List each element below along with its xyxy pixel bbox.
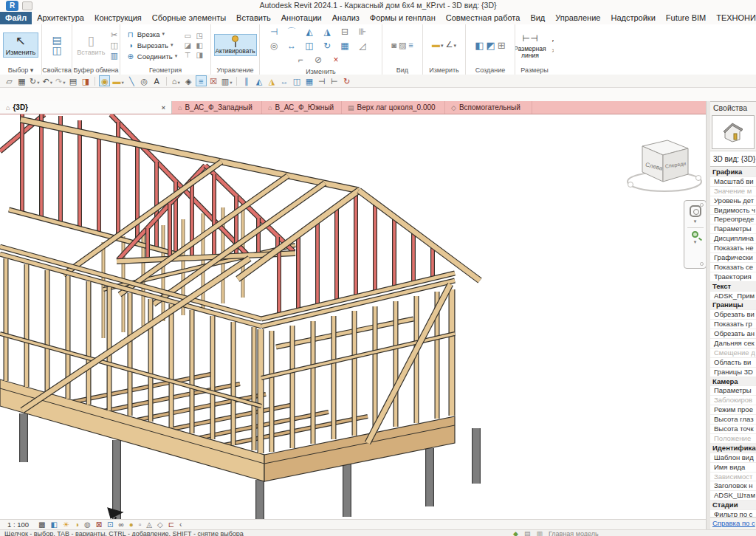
view-tab-south-elevation[interactable]: ⌂ В_АС_Ф_Южный × (262, 101, 342, 114)
geometry-extra-icon-split-face[interactable]: ◪ (182, 41, 193, 49)
property-row[interactable]: Высота глаз (710, 415, 756, 425)
view-panel-icon-view-list[interactable]: ≡ (408, 41, 413, 50)
dropdown-caret-icon[interactable]: ▾ (162, 31, 165, 37)
property-row[interactable]: Показать гр (710, 320, 756, 329)
vc-icon-worksharing-display[interactable]: ◇ (157, 520, 163, 529)
scale-button[interactable]: 1 : 100 (7, 520, 29, 529)
zoom-caret-icon[interactable]: ▾ (694, 239, 697, 245)
property-row[interactable]: Дальняя сек (710, 339, 756, 348)
qat-icon-open[interactable]: ▱ (4, 75, 15, 86)
property-row[interactable]: Обрезать ан (710, 329, 756, 339)
qat-icon-redo[interactable]: ↷ (55, 75, 66, 86)
ribbon-tab-future-bim[interactable]: Future BIM (661, 12, 711, 24)
view-panel-icon-thin-lines[interactable]: ▨ (399, 41, 406, 50)
property-row[interactable]: Положение (710, 434, 756, 444)
qat-icon-default-3d-view[interactable]: ⌂ (171, 75, 182, 86)
property-row[interactable]: Дисциплина (710, 234, 756, 244)
properties-panel-icon-family-types[interactable]: ◫ (52, 46, 61, 55)
property-row[interactable]: Параметры (710, 386, 756, 396)
qat-icon-sep-3[interactable] (236, 77, 237, 86)
qat-icon-align[interactable]: ∥ (241, 75, 252, 86)
qat-icon-undo[interactable]: ↶ (41, 75, 52, 86)
viewcube[interactable]: Слева Спереди (622, 135, 706, 205)
property-row[interactable]: Имя вида (710, 463, 756, 473)
properties-help-link[interactable]: Справка по с (710, 517, 756, 529)
property-row[interactable]: Видимость ч (710, 206, 756, 216)
qat-icon-save[interactable]: ▦ (16, 75, 27, 86)
status-icon-filter[interactable]: ▥ (536, 530, 543, 536)
view-tab-plinth-plan[interactable]: ▤ Верх лаг цоколя_0.000 × (342, 101, 445, 114)
qat-icon-detail-line[interactable]: ╲ (126, 75, 137, 86)
property-row[interactable]: Показать не (710, 244, 756, 253)
ribbon-tab-precast[interactable]: Сборные элементы (147, 12, 231, 24)
qat-icon-close-hidden-windows[interactable]: ☒ (208, 75, 219, 86)
drawing-area[interactable]: Слева Спереди ▾ ▾ (0, 114, 706, 519)
vc-icon-shadows[interactable]: ◑ (75, 520, 79, 529)
property-row[interactable]: Графика (710, 168, 756, 177)
property-row[interactable]: Текст (710, 282, 756, 292)
qat-icon-tile-views[interactable]: ▥ (221, 75, 233, 86)
property-row[interactable]: Границы 3D (710, 368, 756, 377)
dropdown-caret-icon[interactable]: ▾ (171, 42, 173, 48)
modify-tool-align[interactable]: ⊣ (267, 26, 282, 38)
property-row[interactable]: Смещение д (710, 348, 756, 358)
steering-wheel-icon[interactable] (690, 205, 701, 217)
property-row[interactable]: ADSK_Прим (710, 292, 756, 301)
vc-icon-collapse[interactable]: ‹ (179, 520, 182, 529)
property-row[interactable]: Параметры (710, 224, 756, 234)
create-tool-icon-create-parts[interactable]: ◧ (475, 41, 484, 50)
dimension-extra-icon-dim-settings[interactable]: ∗ (551, 46, 554, 55)
vc-icon-render[interactable]: ◍ (84, 520, 91, 529)
type-selector[interactable]: 3D вид: {3D} (710, 151, 756, 167)
create-tool-icon-create-assembly[interactable]: ◩ (487, 41, 495, 50)
modify-tool-offset[interactable]: ⌒ (284, 26, 300, 38)
modify-tool-unpin[interactable]: ⊘ (311, 54, 326, 66)
property-row[interactable]: Заголовок н (710, 481, 756, 491)
vc-icon-reveal-hidden-elements[interactable]: ● (129, 520, 134, 529)
modify-tool-move[interactable]: ↔ (284, 40, 300, 52)
view-tab-west-elevation[interactable]: ⌂ В_АС_Ф_Западный × (172, 101, 262, 114)
qat-icon-section[interactable]: ◈ (183, 75, 194, 86)
qat-icon-array[interactable]: ▦ (303, 75, 315, 86)
vc-icon-temporary-hide-isolate[interactable]: ∞ (119, 520, 124, 529)
modify-tool-copy[interactable]: ◫ (302, 40, 317, 52)
view-tab-auxiliary[interactable]: ◇ Вспомогательный × (445, 101, 532, 114)
ribbon-tab-massing-site[interactable]: Формы и генплан (365, 12, 441, 24)
ribbon-tab-architecture[interactable]: Архитектура (32, 12, 89, 24)
vc-icon-detail-level[interactable]: ▩ (38, 520, 45, 529)
compass-handle-icon[interactable] (696, 176, 701, 181)
property-row[interactable]: ADSK_Штам (710, 491, 756, 501)
qat-icon-transfer[interactable]: ◨ (80, 75, 91, 86)
qat-icon-trim[interactable]: ⊣ (316, 75, 327, 86)
property-row[interactable]: Зависимост (710, 473, 756, 482)
geometry-extra-icon-paint[interactable]: ◧ (194, 41, 205, 49)
property-row[interactable]: Область ви (710, 358, 756, 368)
vc-icon-temporary-view-properties[interactable]: ▫ (139, 520, 142, 529)
property-row[interactable]: Стадии (710, 501, 756, 510)
property-row[interactable]: Камера (710, 377, 756, 387)
ribbon-tab-annotate[interactable]: Аннотации (276, 12, 327, 24)
geometry-extra-icon-demolish[interactable]: ⊤ (182, 51, 193, 59)
compass-handle-icon[interactable] (628, 182, 633, 188)
vc-icon-sun-path[interactable]: ☀ (63, 520, 69, 529)
view-panel-icon-visibility-graphics[interactable]: ◙ (391, 41, 396, 50)
ribbon-tab-addins[interactable]: Надстройки (605, 12, 660, 24)
clipboard-icon-copy[interactable]: ◫ (110, 41, 117, 50)
ribbon-tab-manage[interactable]: Управление (550, 12, 605, 24)
property-row[interactable]: Высота точк (710, 425, 756, 434)
dropdown-caret-icon[interactable]: ▾ (175, 53, 178, 59)
modify-tool-rotate[interactable]: ↻ (320, 40, 335, 52)
type-preview[interactable] (712, 115, 755, 149)
modify-tool-array[interactable]: ▦ (337, 40, 353, 52)
property-row[interactable]: Заблокиров (710, 396, 756, 405)
modify-tool-align-2[interactable]: ⊪ (355, 26, 371, 38)
qat-icon-mirror-2[interactable]: ◮ (266, 75, 277, 86)
qat-icon-sep-2[interactable] (166, 77, 167, 86)
properties-panel-icon-properties[interactable]: ▤ (52, 35, 61, 45)
create-tool-icon-create-group[interactable]: ⊞ (498, 41, 506, 50)
qat-icon-tag[interactable]: ◎ (139, 75, 150, 86)
ribbon-tab-collaborate[interactable]: Совместная работа (441, 12, 526, 24)
property-row[interactable]: Показать се (710, 263, 756, 272)
qat-icon-print[interactable]: ▤ (67, 75, 78, 86)
qat-icon-thin-lines[interactable]: ≡ (196, 75, 207, 86)
